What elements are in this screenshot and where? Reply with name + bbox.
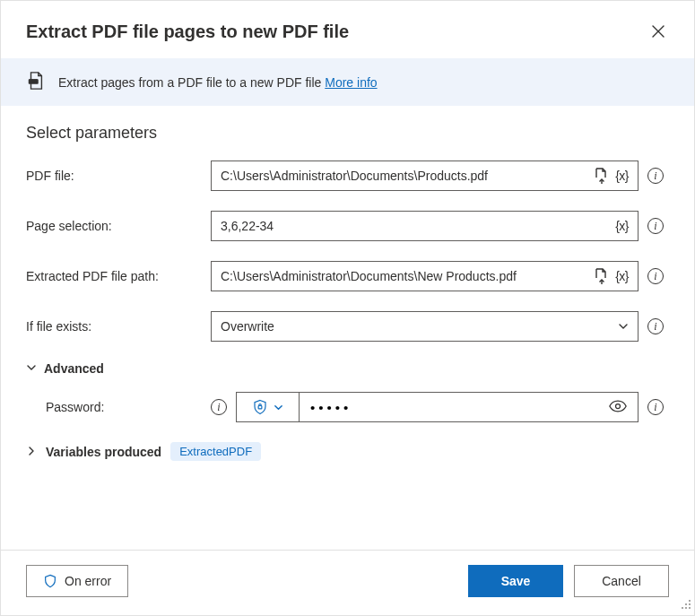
row-pdf-file: PDF file: {x} i [26,161,669,191]
banner-description: Extract pages from a PDF file to a new P… [58,75,325,90]
file-picker-button[interactable] [594,268,608,284]
dialog-header: Extract PDF file pages to new PDF file [1,1,694,58]
on-error-button[interactable]: On error [26,565,128,597]
label-if-exists: If file exists: [26,319,205,334]
svg-rect-2 [258,406,262,409]
info-pdf-file[interactable]: i [647,168,664,184]
on-error-label: On error [65,574,111,588]
toggle-variables-produced[interactable]: Variables produced ExtractedPDF [26,442,669,461]
input-extracted-path[interactable] [212,262,594,291]
label-pdf-file: PDF file: [26,169,205,183]
close-button[interactable] [647,21,669,42]
chevron-down-icon [274,403,283,412]
label-advanced: Advanced [44,361,104,376]
shield-lock-icon [252,399,268,415]
label-variables-produced: Variables produced [46,445,161,459]
info-if-exists[interactable]: i [647,318,664,334]
input-pdf-file[interactable] [212,161,594,190]
svg-text:PDF: PDF [30,79,38,83]
variable-picker-button[interactable]: {x} [615,219,629,233]
row-password: Password: i [46,392,669,422]
info-banner: PDF Extract pages from a PDF file to a n… [1,58,694,106]
more-info-link[interactable]: More info [325,75,377,90]
cancel-button[interactable]: Cancel [574,565,669,597]
banner-text: Extract pages from a PDF file to a new P… [58,75,378,90]
password-box [236,392,639,422]
input-pdf-file-wrap: {x} [211,161,639,191]
password-mode-dropdown[interactable] [237,393,300,421]
input-page-selection-wrap: {x} [211,211,639,241]
variable-picker-button[interactable]: {x} [615,169,629,183]
input-password[interactable] [300,400,598,415]
row-extracted-path: Extracted PDF file path: {x} [26,261,669,291]
shield-icon [43,574,57,588]
variable-badge[interactable]: ExtractedPDF [170,442,261,461]
reveal-password-button[interactable] [598,400,638,415]
select-if-exists-value: Overwrite [221,319,274,334]
section-title: Select parameters [26,124,669,143]
content-area: Select parameters PDF file: [1,106,694,550]
dialog-footer: On error Save Cancel [1,550,694,615]
label-page-selection: Page selection: [26,219,205,233]
eye-icon [609,400,627,412]
svg-point-3 [616,403,621,408]
chevron-down-icon [618,321,629,332]
advanced-section: Password: i [26,392,669,422]
save-button[interactable]: Save [468,565,563,597]
file-picker-button[interactable] [594,168,608,184]
cancel-label: Cancel [602,574,641,588]
label-password: Password: [46,400,205,414]
info-password-right[interactable]: i [647,399,664,415]
input-extracted-path-wrap: {x} [211,261,639,291]
select-if-exists[interactable]: Overwrite [211,311,639,342]
info-page-selection[interactable]: i [647,218,664,234]
chevron-down-icon [26,361,37,376]
file-picker-icon [594,268,608,284]
row-page-selection: Page selection: {x} i [26,211,669,241]
dialog: Extract PDF file pages to new PDF file P… [0,0,695,616]
toggle-advanced[interactable]: Advanced [26,361,669,376]
chevron-right-icon [26,445,37,459]
save-label: Save [501,574,531,588]
variable-picker-button[interactable]: {x} [615,269,629,283]
close-icon [652,25,665,38]
dialog-title: Extract PDF file pages to new PDF file [26,22,349,42]
label-extracted-path: Extracted PDF file path: [26,269,205,283]
file-picker-icon [594,168,608,184]
input-page-selection[interactable] [212,212,615,240]
row-if-exists: If file exists: Overwrite i [26,311,669,342]
pdf-icon: PDF [26,71,46,93]
info-extracted-path[interactable]: i [647,268,664,284]
info-password-left[interactable]: i [211,399,227,415]
